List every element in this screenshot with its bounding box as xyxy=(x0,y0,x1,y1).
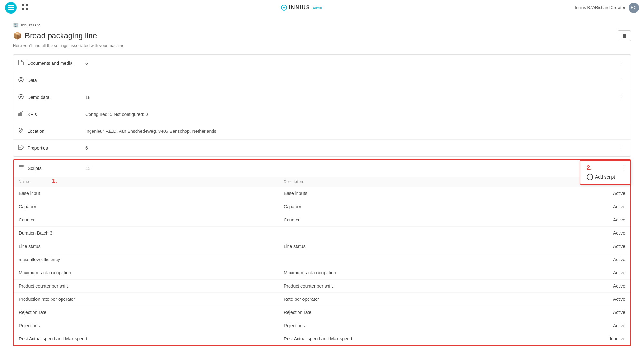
demo-data-value: 18 xyxy=(85,95,617,100)
script-description: Maximum rack occupation xyxy=(279,266,544,280)
scripts-table: Name Description Status Base input Base … xyxy=(14,177,630,345)
script-status: Active xyxy=(544,240,630,253)
avatar[interactable]: RC xyxy=(629,3,639,13)
page-content: 🏢 Innius B.V. 📦 Bread packaging line Her… xyxy=(0,15,644,360)
svg-point-15 xyxy=(20,129,21,130)
documents-actions[interactable]: ⋮ xyxy=(617,59,626,67)
topnav: INNIUS Admin Innius B.V\Richard Crowter … xyxy=(0,0,644,15)
script-description: Rate per operator xyxy=(279,293,544,306)
table-row: Capacity Capacity Active xyxy=(14,200,630,213)
documents-value: 6 xyxy=(85,61,617,66)
svg-rect-1 xyxy=(8,7,14,8)
annotation-1: 1. xyxy=(52,178,57,184)
svg-rect-12 xyxy=(19,114,20,116)
table-row: Production rate per operator Rate per op… xyxy=(14,293,630,306)
script-name: Rejection rate xyxy=(14,306,279,319)
script-status: Active xyxy=(544,187,630,200)
script-status: Active xyxy=(544,213,630,227)
svg-rect-13 xyxy=(20,113,21,116)
logo: INNIUS Admin xyxy=(281,5,322,11)
script-status: Active xyxy=(544,266,630,280)
annotation-2: 2. xyxy=(587,164,624,171)
play-icon xyxy=(18,94,27,101)
settings-row-kpis: KPIs Configured: 5 Not configured: 0 xyxy=(13,106,631,123)
script-name: Production rate per operator xyxy=(14,293,279,306)
settings-card: Documents and media 6 ⋮ Data ⋮ xyxy=(13,54,631,157)
table-row: Rest Actual speed and Max speed Rest Act… xyxy=(14,332,630,346)
machine-icon: 📦 xyxy=(13,32,22,40)
script-name: Counter xyxy=(14,213,279,227)
table-row: Rejection rate Rejection rate Active xyxy=(14,306,630,319)
script-name: Rejections xyxy=(14,319,279,332)
menu-button[interactable] xyxy=(5,2,17,14)
script-status: Active xyxy=(544,319,630,332)
kpis-value: Configured: 5 Not configured: 0 xyxy=(85,112,626,117)
demo-data-label: Demo data xyxy=(27,95,85,100)
script-description: Rest Actual speed and Max speed xyxy=(279,332,544,346)
table-row: Rejections Rejections Active xyxy=(14,319,630,332)
svg-rect-3 xyxy=(22,4,24,6)
data-label: Data xyxy=(27,78,85,83)
script-description: Base inputs xyxy=(279,187,544,200)
properties-value: 6 xyxy=(85,145,617,151)
script-icon xyxy=(19,165,28,172)
table-row: Base input Base inputs Active xyxy=(14,187,630,200)
logo-text: INNIUS xyxy=(289,5,310,11)
building-icon: 🏢 xyxy=(13,22,19,28)
delete-button[interactable] xyxy=(618,30,631,41)
settings-row-location: Location Ingenieur F.E.D. van Enschedewe… xyxy=(13,123,631,140)
script-name: massaflow efficiency xyxy=(14,253,279,266)
location-value: Ingenieur F.E.D. van Enschedeweg, 3405 B… xyxy=(85,129,626,134)
script-name: Capacity xyxy=(14,200,279,213)
settings-row-properties: Properties 6 ⋮ xyxy=(13,140,631,156)
script-description: Product counter per shift xyxy=(279,280,544,293)
script-status: Active xyxy=(544,253,630,266)
script-description xyxy=(279,253,544,266)
settings-row-demo-data: Demo data 18 ⋮ xyxy=(13,89,631,106)
script-name: Rest Actual speed and Max speed xyxy=(14,332,279,346)
tag-icon xyxy=(18,145,27,151)
add-script-popup: 2. ⋮ + Add script xyxy=(580,160,631,185)
data-actions[interactable]: ⋮ xyxy=(617,76,626,84)
script-description: Counter xyxy=(279,213,544,227)
svg-rect-0 xyxy=(8,5,14,6)
svg-rect-5 xyxy=(22,8,24,10)
properties-actions[interactable]: ⋮ xyxy=(617,144,626,152)
script-description: Capacity xyxy=(279,200,544,213)
svg-point-8 xyxy=(19,77,23,82)
user-info: Innius B.V\Richard Crowter xyxy=(575,5,625,10)
script-name: Duration Batch 3 xyxy=(14,227,279,240)
grid-icon[interactable] xyxy=(22,4,28,11)
script-description: Line status xyxy=(279,240,544,253)
script-description: Rejections xyxy=(279,319,544,332)
popup-more-icon[interactable]: ⋮ xyxy=(621,164,627,172)
script-status: Inactive xyxy=(544,332,630,346)
location-icon xyxy=(18,128,27,135)
script-status: Active xyxy=(544,227,630,240)
svg-marker-11 xyxy=(20,96,22,98)
svg-rect-6 xyxy=(26,8,28,10)
settings-row-data: Data ⋮ xyxy=(13,72,631,89)
location-label: Location xyxy=(27,129,85,134)
data-icon xyxy=(18,77,27,83)
document-icon xyxy=(18,60,27,67)
script-name: Base input xyxy=(14,187,279,200)
page-title: 📦 Bread packaging line xyxy=(13,31,97,40)
script-description: Rejection rate xyxy=(279,306,544,319)
table-row: Counter Counter Active xyxy=(14,213,630,227)
add-script-plus-icon: + xyxy=(587,174,593,180)
page-subtitle: Here you'll find all the settings associ… xyxy=(13,43,631,48)
script-status: Active xyxy=(544,306,630,319)
script-status: Active xyxy=(544,280,630,293)
add-script-button[interactable]: + Add script xyxy=(587,174,624,180)
demo-data-actions[interactable]: ⋮ xyxy=(617,93,626,101)
logo-sub: Admin xyxy=(313,6,322,10)
scripts-header: Scripts 15 ⋮ xyxy=(14,160,630,177)
breadcrumb-company: Innius B.V. xyxy=(21,23,41,27)
breadcrumb: 🏢 Innius B.V. xyxy=(13,22,631,28)
script-name: Maximum rack occupation xyxy=(14,266,279,280)
svg-point-16 xyxy=(20,147,21,148)
chart-icon xyxy=(18,111,27,118)
table-row: massaflow efficiency Active xyxy=(14,253,630,266)
table-row: Product counter per shift Product counte… xyxy=(14,280,630,293)
